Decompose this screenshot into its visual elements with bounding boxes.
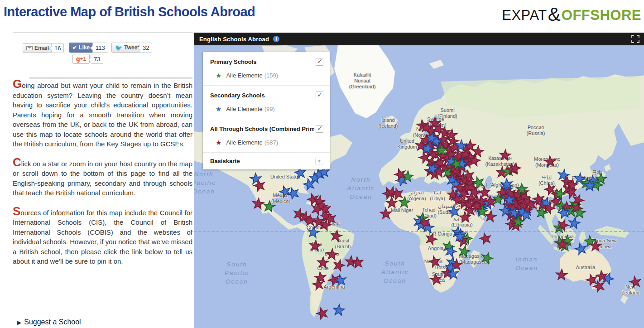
paragraph-going-abroad: Going abroad but want your child to rema… [13, 81, 192, 149]
legend-item-count: (687) [264, 139, 278, 146]
school-star-marker[interactable] [480, 251, 494, 265]
school-star-marker[interactable] [499, 149, 511, 161]
legend-group-title: Secondary Schools [210, 92, 265, 99]
checkbox-secondary-schools[interactable] [316, 92, 323, 99]
map-widget: English Schools Abroad i [194, 33, 644, 328]
school-star-marker[interactable] [317, 256, 329, 268]
school-star-marker[interactable] [314, 271, 327, 283]
school-star-marker[interactable] [484, 210, 496, 222]
school-star-marker[interactable] [252, 198, 264, 209]
school-star-marker[interactable] [568, 217, 581, 229]
gplus-g: g [76, 55, 80, 63]
legend-item-label: Alle Elemente [226, 139, 262, 146]
legend-group-secondary: Secondary Schools ★ Alle Elemente (99) [203, 86, 330, 119]
school-star-marker[interactable] [380, 208, 392, 219]
legend-item-all-through[interactable]: ★ Alle Elemente (687) [216, 139, 323, 146]
school-star-marker[interactable] [307, 226, 320, 238]
info-icon[interactable]: i [273, 36, 279, 42]
facebook-like-button[interactable]: ✔ Like [69, 43, 93, 53]
check-icon: ✔ [72, 44, 77, 51]
divider-top [13, 32, 192, 33]
school-star-marker[interactable] [430, 273, 442, 285]
legend-group-primary: Primary Schools ★ Alle Elemente (159) [203, 52, 330, 86]
logo-ampersand: & [548, 4, 561, 25]
school-star-marker[interactable] [448, 205, 461, 217]
email-share-label: Email [34, 45, 49, 51]
legend-group-all-through: All Through Schools (Combined Prim... ★ … [203, 119, 330, 153]
twitter-bird-icon: 🐦 [115, 44, 122, 51]
paragraph-text: lick on a star or zoom in on your host c… [13, 160, 192, 197]
basemap-label: Basiskarte [210, 158, 240, 164]
brand-logo: EXPAT & OFFSHORE [502, 3, 641, 24]
school-star-marker[interactable] [315, 306, 329, 320]
paragraph-sources: Sources of information for this map incl… [13, 208, 192, 266]
envelope-icon [26, 46, 33, 50]
paragraph-text: oing abroad but want your child to remai… [13, 82, 192, 148]
email-share-button[interactable]: Email [23, 43, 53, 53]
school-star-marker[interactable] [263, 200, 275, 212]
legend-group-title: All Through Schools (Combined Prim... [210, 125, 314, 132]
like-count: 113 [92, 43, 108, 53]
google-plus-one-button[interactable]: g+1 [72, 54, 90, 64]
page-root: Interactive Map of British Schools Abroa… [0, 0, 644, 328]
legend-item-secondary[interactable]: ★ Alle Elemente (99) [216, 106, 323, 112]
legend-item-primary[interactable]: ★ Alle Elemente (159) [216, 72, 323, 79]
school-star-marker[interactable] [544, 155, 556, 167]
tweet-count: 32 [139, 43, 152, 53]
school-star-marker[interactable] [326, 248, 338, 260]
school-star-marker[interactable] [458, 245, 471, 257]
legend-item-label: Alle Elemente [226, 72, 262, 79]
checkbox-primary-schools[interactable] [316, 58, 323, 66]
school-star-marker[interactable] [585, 273, 599, 286]
gplus-count: 73 [91, 54, 103, 64]
paragraph-text: ources of information for this map inclu… [13, 209, 192, 265]
divider-article [29, 77, 192, 79]
like-label: Like [79, 44, 90, 51]
green-star-icon: ★ [216, 72, 221, 79]
basemap-selector[interactable]: Basiskarte ▼ [203, 153, 330, 169]
school-star-marker[interactable] [330, 229, 343, 242]
paragraph-click-star: Click on a star or zoom in on your host … [13, 159, 192, 198]
school-star-marker[interactable] [333, 304, 345, 316]
legend-item-count: (159) [264, 72, 278, 79]
map-title: English Schools Abroad [199, 36, 269, 43]
suggest-link-label: Suggest a School [24, 318, 81, 326]
school-star-marker[interactable] [334, 274, 347, 286]
blue-star-icon: ★ [216, 106, 221, 112]
checkbox-all-through-schools[interactable] [316, 125, 323, 133]
map-header-bar: English Schools Abroad i [194, 33, 644, 45]
legend-group-title: Primary Schools [210, 58, 257, 65]
chevron-down-icon: ▼ [315, 158, 323, 164]
school-star-marker[interactable] [309, 240, 321, 251]
logo-offshore: OFFSHORE [562, 7, 641, 24]
legend-item-count: (99) [264, 106, 275, 112]
school-star-marker[interactable] [556, 269, 567, 280]
map-legend-panel: Primary Schools ★ Alle Elemente (159) Se… [203, 52, 330, 169]
legend-item-label: Alle Elemente [226, 106, 262, 112]
dropcap: S [13, 204, 20, 218]
dropcap: C [13, 155, 21, 169]
fullscreen-icon[interactable] [631, 35, 639, 43]
article-body: Going abroad but want your child to rema… [13, 81, 192, 276]
map-canvas[interactable]: North Pacific OceanNorth Atlantic OceanS… [194, 45, 644, 328]
school-star-marker[interactable] [574, 242, 587, 255]
school-star-marker[interactable] [424, 232, 438, 246]
school-star-marker[interactable] [332, 258, 346, 271]
school-star-marker[interactable] [278, 184, 292, 198]
school-star-marker[interactable] [428, 255, 441, 268]
school-star-marker[interactable] [479, 232, 492, 245]
logo-expat: EXPAT [502, 7, 547, 24]
triangle-right-icon: ▶ [17, 319, 21, 326]
gplus-plus: +1 [80, 56, 87, 62]
school-star-marker[interactable] [629, 275, 642, 288]
school-star-marker[interactable] [399, 196, 410, 207]
dropcap: G [13, 77, 22, 91]
school-star-marker[interactable] [250, 173, 262, 184]
red-star-icon: ★ [216, 140, 221, 146]
page-title: Interactive Map of British Schools Abroa… [4, 5, 255, 19]
email-share-count: 16 [51, 43, 64, 53]
suggest-a-school-link[interactable]: ▶Suggest a School [17, 318, 81, 326]
